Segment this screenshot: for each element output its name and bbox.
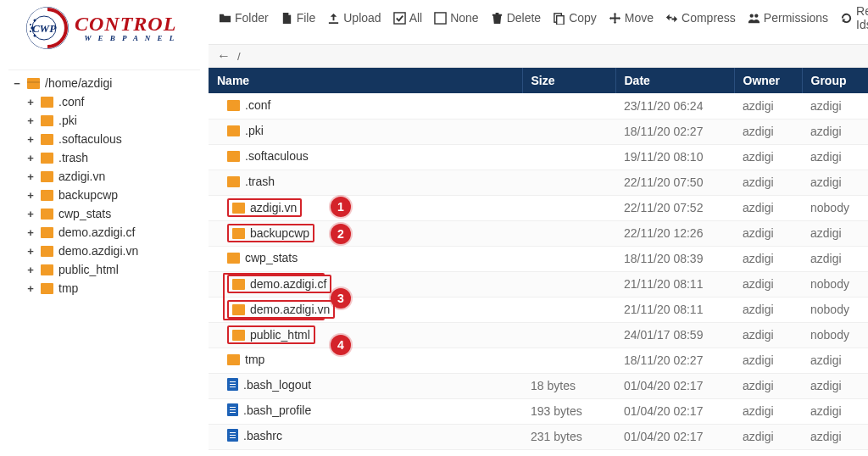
file-name-link[interactable]: .softaculous bbox=[245, 149, 309, 163]
toolbar-none-label: None bbox=[450, 11, 478, 25]
tree-item-label[interactable]: tmp bbox=[58, 281, 78, 295]
table-row[interactable]: public_html24/01/17 08:59azdiginobody bbox=[209, 322, 868, 348]
cell-group: azdigi bbox=[802, 373, 868, 398]
cell-date: 01/04/20 02:17 bbox=[615, 424, 734, 449]
expand-icon[interactable]: + bbox=[25, 264, 36, 276]
table-row[interactable]: demo.azdigi.vn21/11/20 08:11azdiginobody bbox=[209, 297, 868, 322]
folder-icon bbox=[227, 253, 240, 264]
toolbar-delete-button[interactable]: Delete bbox=[486, 7, 546, 29]
expand-icon[interactable]: + bbox=[25, 245, 36, 258]
folder-icon bbox=[232, 304, 245, 315]
tree-item[interactable]: +.softaculous bbox=[22, 130, 200, 148]
toolbar-all-label: All bbox=[409, 11, 423, 25]
toolbar-copy-button[interactable]: Copy bbox=[548, 7, 602, 29]
table-row[interactable]: .softaculous19/11/20 08:10azdigiazdigi bbox=[209, 144, 868, 170]
file-name-link[interactable]: .trash bbox=[245, 175, 275, 188]
table-row[interactable]: backupcwp22/11/20 12:26azdigiazdigi bbox=[209, 220, 868, 246]
expand-icon[interactable]: + bbox=[25, 133, 36, 146]
table-row[interactable]: .bashrc231 bytes01/04/20 02:17azdigiazdi… bbox=[209, 424, 868, 449]
table-row[interactable]: demo.azdigi.cf21/11/20 08:11azdiginobody bbox=[209, 271, 868, 297]
toolbar-permissions-button[interactable]: Permissions bbox=[743, 7, 833, 29]
expand-icon[interactable]: + bbox=[25, 282, 36, 295]
expand-icon[interactable]: + bbox=[25, 114, 36, 127]
cell-owner: azdigi bbox=[734, 93, 802, 119]
toolbar-file-button[interactable]: File bbox=[275, 7, 321, 29]
file-name-link[interactable]: azdigi.vn bbox=[250, 201, 297, 214]
tree-root[interactable]: − /home/azdigi bbox=[8, 74, 200, 92]
column-size[interactable]: Size bbox=[522, 68, 615, 93]
tree-item-label[interactable]: .trash bbox=[58, 151, 88, 164]
column-owner[interactable]: Owner bbox=[734, 68, 802, 93]
file-icon bbox=[281, 12, 293, 25]
tree-item[interactable]: +.pki bbox=[22, 111, 200, 130]
toolbar-move-label: Move bbox=[625, 11, 654, 25]
file-name-link[interactable]: demo.azdigi.vn bbox=[250, 303, 330, 316]
expand-icon[interactable]: + bbox=[25, 170, 36, 183]
file-name-link[interactable]: .bash_profile bbox=[243, 403, 311, 417]
tree-item-label[interactable]: .conf bbox=[58, 95, 84, 108]
tree-item-label[interactable]: .pki bbox=[58, 114, 77, 127]
tree-item-label[interactable]: public_html bbox=[58, 263, 119, 276]
file-name-link[interactable]: public_html bbox=[250, 328, 310, 342]
file-name-link[interactable]: tmp bbox=[245, 353, 264, 366]
file-name-link[interactable]: .bash_logout bbox=[243, 378, 311, 392]
table-row[interactable]: tmp18/11/20 02:27azdigiazdigi bbox=[209, 348, 868, 373]
table-row[interactable]: azdigi.vn22/11/20 07:52azdiginobody bbox=[209, 195, 868, 220]
tree-item[interactable]: +cwp_stats bbox=[22, 204, 200, 223]
toolbar-select-all-button[interactable]: All bbox=[388, 7, 428, 29]
expand-icon[interactable]: + bbox=[25, 226, 36, 239]
table-row[interactable]: .conf23/11/20 06:24azdigiazdigi bbox=[209, 93, 868, 119]
tree-item[interactable]: +.trash bbox=[22, 148, 200, 167]
tree-item[interactable]: +backupcwp bbox=[22, 186, 200, 204]
cell-size bbox=[522, 297, 615, 322]
cell-date: 21/11/20 08:11 bbox=[615, 297, 734, 322]
table-row[interactable]: .trash22/11/20 07:50azdigiazdigi bbox=[209, 170, 868, 195]
file-name-link[interactable]: backupcwp bbox=[250, 226, 309, 240]
table-row[interactable]: .bash_logout18 bytes01/04/20 02:17azdigi… bbox=[209, 373, 868, 398]
tree-item-label[interactable]: backupcwp bbox=[58, 188, 118, 202]
toolbar-file-label: File bbox=[297, 11, 316, 25]
column-group[interactable]: Group bbox=[802, 68, 868, 93]
expand-icon[interactable]: + bbox=[25, 189, 36, 202]
toolbar-upload-button[interactable]: Upload bbox=[322, 7, 386, 29]
file-name-link[interactable]: .bashrc bbox=[243, 429, 282, 442]
tree-item[interactable]: +demo.azdigi.vn bbox=[22, 242, 200, 260]
file-name-link[interactable]: .pki bbox=[245, 124, 264, 137]
expand-icon[interactable]: + bbox=[25, 208, 36, 220]
tree-item-label[interactable]: cwp_stats bbox=[58, 207, 111, 220]
expand-icon[interactable]: + bbox=[25, 152, 36, 164]
folder-icon bbox=[41, 190, 53, 201]
back-button[interactable]: ← bbox=[217, 48, 231, 64]
file-name-link[interactable]: demo.azdigi.cf bbox=[250, 277, 326, 291]
tree-root-label[interactable]: /home/azdigi bbox=[45, 76, 112, 90]
toolbar-folder-button[interactable]: Folder bbox=[214, 7, 274, 29]
svg-point-13 bbox=[749, 14, 753, 17]
logo-mark-icon: CWP bbox=[25, 6, 70, 50]
expand-icon[interactable]: + bbox=[25, 96, 36, 108]
file-icon bbox=[227, 378, 238, 391]
tree-item-label[interactable]: demo.azdigi.vn bbox=[58, 244, 138, 258]
table-row[interactable]: cwp_stats18/11/20 08:39azdigiazdigi bbox=[209, 246, 868, 271]
table-row[interactable]: .bash_profile193 bytes01/04/20 02:17azdi… bbox=[209, 398, 868, 424]
tree-item[interactable]: +public_html bbox=[22, 260, 200, 279]
toolbar-move-button[interactable]: Move bbox=[604, 7, 659, 29]
tree-item[interactable]: +tmp bbox=[22, 279, 200, 298]
tree-item[interactable]: +azdigi.vn bbox=[22, 167, 200, 186]
tree-item-label[interactable]: demo.azdigi.cf bbox=[58, 225, 135, 239]
tree-item-label[interactable]: .softaculous bbox=[58, 132, 122, 146]
toolbar-select-none-button[interactable]: None bbox=[429, 7, 483, 29]
collapse-icon[interactable]: − bbox=[12, 77, 22, 90]
tree-item[interactable]: +demo.azdigi.cf bbox=[22, 223, 200, 242]
folder-icon bbox=[41, 153, 53, 164]
refresh-icon bbox=[840, 12, 853, 25]
column-date[interactable]: Date bbox=[615, 68, 734, 93]
toolbar-compress-button[interactable]: Compress bbox=[660, 7, 741, 29]
table-row[interactable]: .pki18/11/20 02:27azdigiazdigi bbox=[209, 119, 868, 144]
file-name-link[interactable]: cwp_stats bbox=[245, 251, 298, 264]
toolbar-resolve-ids-button[interactable]: Resolve Ids bbox=[835, 7, 868, 29]
column-name[interactable]: Name bbox=[209, 68, 522, 93]
file-name-link[interactable]: .conf bbox=[245, 98, 270, 112]
tree-item[interactable]: +.conf bbox=[22, 92, 200, 111]
cell-group: azdigi bbox=[802, 119, 868, 144]
tree-item-label[interactable]: azdigi.vn bbox=[58, 170, 105, 183]
